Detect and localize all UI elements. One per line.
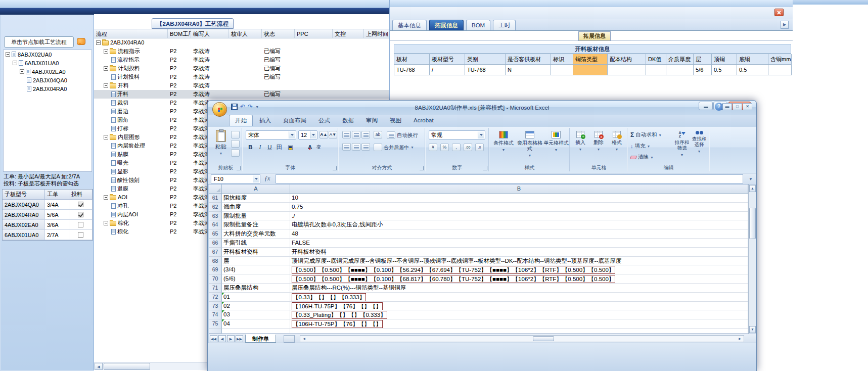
expand-collapse-icon[interactable] [104, 66, 108, 71]
expand-collapse-icon[interactable] [13, 61, 17, 65]
percent-format-icon[interactable]: % [440, 144, 449, 151]
cell-a[interactable]: 层压叠层结构 [222, 284, 290, 293]
workbook-restore-icon[interactable]: □ [733, 103, 742, 110]
board-row[interactable]: 4ABJX02EA03/6A [3, 220, 93, 230]
board-row[interactable]: 2ABJX04QA03/4A [3, 200, 93, 210]
info-data-cell[interactable] [666, 65, 694, 75]
fill-button[interactable]: ↓填充▼ [630, 143, 650, 150]
info-tab-工时[interactable]: 工时 [493, 20, 516, 30]
row-number[interactable]: 74 [209, 310, 222, 319]
sheet-horizontal-scrollbar[interactable]: ◀ ▶ [300, 335, 744, 342]
increase-decimal-icon[interactable]: .00 [464, 144, 472, 151]
info-data-cell[interactable]: 5/6 [694, 65, 712, 75]
cell-b[interactable]: 【106H-TU-75P】【76】【】【】 [290, 319, 748, 329]
flow-row[interactable]: 流程指示P2李战涛已编写 [94, 47, 389, 56]
align-center-icon[interactable] [352, 143, 360, 151]
currency-format-icon[interactable]: ¥ [429, 144, 437, 151]
flow-row[interactable]: 计划投料P2李战涛已编写 [94, 64, 389, 73]
hscroll-left-icon[interactable]: ◀ [301, 336, 307, 341]
column-header-A[interactable]: A [222, 184, 290, 194]
row-number[interactable]: 71 [209, 284, 222, 293]
hscroll-right-icon[interactable]: ▶ [737, 336, 743, 341]
row-number[interactable]: 70 [209, 274, 222, 284]
conditional-format-button[interactable]: 条件格式▼ [491, 131, 516, 153]
cell-a[interactable]: 开料板材资料 [222, 248, 290, 257]
cell-a[interactable]: 02 [222, 302, 290, 311]
flow-title-tab[interactable]: 【2ABJX04RA0】工艺流程 [152, 18, 234, 29]
tree-node[interactable]: 2ABJX04QA0 [4, 76, 92, 84]
row-number[interactable]: 66 [209, 239, 222, 248]
flow-row[interactable]: 流程指示P2李战涛已编写 [94, 56, 389, 64]
cell-a[interactable]: (5/6) [222, 274, 290, 284]
shrink-font-icon[interactable]: A▼ [329, 131, 337, 138]
cell-a[interactable]: 03 [222, 310, 290, 319]
decrease-decimal-icon[interactable]: .0 [475, 144, 484, 151]
worksheet[interactable]: AB 61阻抗精度1062翘曲度0.7563限制批量./64限制批量备注电镀填孔… [209, 184, 748, 334]
help-icon[interactable]: ? [715, 103, 723, 111]
workbook-minimize-icon[interactable]: ▬ [722, 103, 732, 110]
expand-collapse-icon[interactable] [104, 83, 108, 88]
cell-b[interactable]: FALSE [290, 239, 748, 248]
format-painter-icon[interactable] [231, 149, 240, 157]
comma-format-icon[interactable]: , [452, 144, 461, 151]
row-number[interactable]: 67 [209, 248, 222, 257]
font-color-icon[interactable]: A [308, 144, 312, 150]
wrap-text-button[interactable]: 自动换行 [387, 131, 418, 139]
row-number[interactable]: 73 [209, 302, 222, 311]
load-flow-hint-button[interactable]: 单击节点加载工艺流程 [4, 36, 74, 48]
last-sheet-icon[interactable]: ▶▶ [236, 335, 243, 342]
sheet-tab[interactable]: 制作单 [245, 334, 276, 343]
format-as-table-button[interactable]: 套用表格格式▼ [517, 131, 543, 158]
ribbon-tab-公式[interactable]: 公式 [313, 115, 336, 126]
cell-a[interactable]: 手撕引线 [222, 239, 290, 248]
find-select-button[interactable]: 查找和选择▼ [691, 131, 707, 154]
flow-row[interactable]: 开料P2李战涛已编写 [94, 90, 389, 99]
row-number[interactable]: 72 [209, 293, 222, 302]
info-data-cell[interactable] [646, 65, 666, 75]
info-window-titlebar[interactable] [390, 0, 793, 7]
expand-collapse-icon[interactable] [6, 52, 10, 57]
underline-button[interactable]: U [265, 143, 275, 152]
cell-b[interactable]: 【0.500】【0.500】【■■■■】【0.100】【68.817】【60.7… [290, 274, 748, 284]
info-tab-拓展信息[interactable]: 拓展信息 [429, 20, 464, 30]
info-data-row[interactable]: TU-768/TU-768N5/60.50.5 [394, 65, 791, 75]
prev-sheet-icon[interactable]: ◀ [218, 335, 226, 342]
row-number[interactable]: 64 [209, 220, 222, 229]
delete-cells-button[interactable]: 删除▼ [590, 131, 607, 152]
cell-b[interactable]: 【0.33】【】【】【0.333】 [290, 293, 748, 302]
row-number[interactable]: 75 [209, 319, 222, 329]
format-cells-button[interactable]: 格式▼ [608, 131, 625, 152]
row-number[interactable]: 68 [209, 257, 222, 266]
workbook-close-icon[interactable]: ✕ [743, 103, 752, 110]
orientation-icon[interactable]: ab [374, 131, 382, 138]
expand-collapse-icon[interactable] [96, 40, 101, 45]
fill-color-icon[interactable]: ▣ [288, 144, 293, 150]
sort-filter-button[interactable]: AZ排序和筛选▼ [674, 131, 690, 158]
close-icon[interactable] [774, 9, 784, 16]
cell-a[interactable]: 大料拼的交货单元数 [222, 229, 290, 239]
info-data-cell[interactable]: N [506, 65, 551, 75]
ribbon-tab-视图[interactable]: 视图 [384, 115, 407, 126]
vertical-scroll-thumb[interactable] [749, 208, 756, 239]
row-number[interactable]: 61 [209, 194, 222, 203]
save-icon[interactable] [231, 104, 238, 110]
cell-styles-button[interactable]: 单元格样式▼ [543, 131, 569, 153]
info-tab-BOM[interactable]: BOM [466, 20, 490, 30]
tree-node[interactable]: 8ABJX02UA0 [4, 50, 92, 59]
name-box[interactable]: F10 [211, 174, 260, 183]
align-left-icon[interactable] [342, 143, 351, 151]
info-data-cell[interactable]: TU-768 [465, 65, 506, 75]
cell-b[interactable]: ./ [290, 212, 748, 221]
scroll-up-icon[interactable]: ▲ [749, 185, 756, 192]
cell-a[interactable]: 阻抗精度 [222, 194, 290, 203]
align-top-icon[interactable] [342, 131, 351, 138]
fx-icon[interactable]: ƒx [264, 175, 270, 182]
font-dialog-launcher-icon[interactable] [333, 166, 337, 170]
column-header-B[interactable]: B [290, 184, 748, 194]
tree-node[interactable]: 2ABJX04RA0 [4, 84, 92, 93]
font-name-combo[interactable]: 宋体 [246, 130, 296, 140]
number-format-combo[interactable]: 常规 [429, 130, 485, 140]
cell-a[interactable]: (3/4) [222, 265, 290, 274]
flow-row[interactable]: 计划投料P2李战涛已编写 [94, 73, 389, 81]
clear-button[interactable]: 清除▼ [630, 154, 654, 161]
